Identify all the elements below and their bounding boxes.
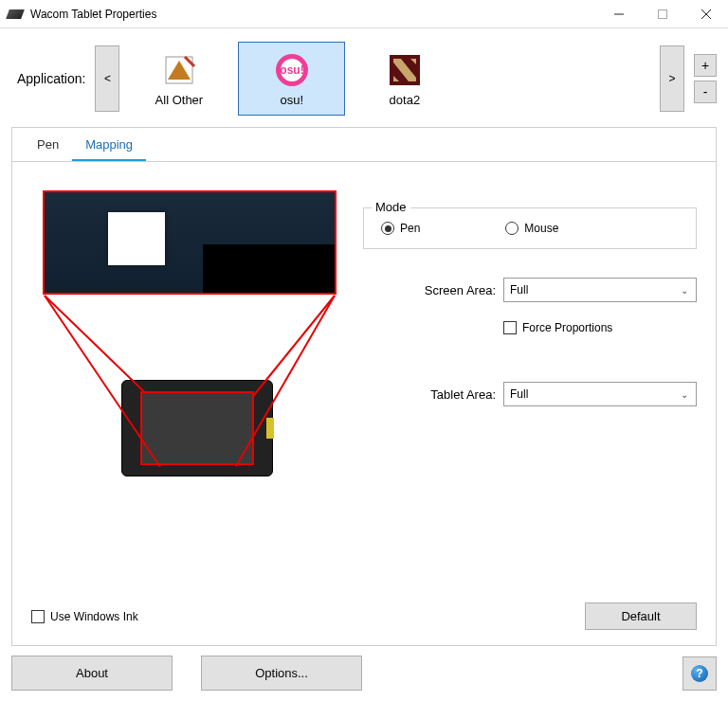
maximize-button[interactable] xyxy=(641,0,684,28)
apps-scroll-left[interactable]: < xyxy=(95,45,119,112)
dota2-icon xyxy=(386,51,424,89)
force-proportions-checkbox[interactable]: Force Proportions xyxy=(503,321,697,334)
close-button[interactable] xyxy=(684,0,728,28)
app-name: All Other xyxy=(155,93,204,107)
app-remove-button[interactable]: - xyxy=(694,81,717,103)
screen-preview xyxy=(43,190,337,295)
app-icon xyxy=(6,9,25,19)
application-label: Application: xyxy=(17,71,85,86)
tablet-area-value: Full xyxy=(510,387,528,401)
screen-area-select[interactable]: Full ⌄ xyxy=(503,278,697,302)
osu-icon: osu! xyxy=(273,51,311,89)
options-button[interactable]: Options... xyxy=(201,656,362,691)
chevron-down-icon: ⌄ xyxy=(681,389,688,400)
settings-panel: Pen Mapping Mode Pen xyxy=(11,127,717,646)
svg-rect-1 xyxy=(659,9,667,18)
radio-icon xyxy=(381,222,394,235)
svg-text:osu!: osu! xyxy=(280,63,303,77)
app-name: dota2 xyxy=(390,93,421,107)
app-item-osu[interactable]: osu! osu! xyxy=(238,42,345,116)
mapping-preview xyxy=(31,190,344,494)
footer: About Options... ? xyxy=(0,656,728,701)
screen-area-label: Screen Area: xyxy=(363,283,496,297)
mode-mouse-label: Mouse xyxy=(524,222,558,235)
windows-ink-label: Use Windows Ink xyxy=(50,610,138,623)
force-proportions-label: Force Proportions xyxy=(522,321,612,334)
apps-scroll-right[interactable]: > xyxy=(660,45,684,112)
tabs: Pen Mapping xyxy=(12,128,716,162)
app-item-all-other[interactable]: All Other xyxy=(125,42,232,116)
mode-pen-radio[interactable]: Pen xyxy=(381,222,420,235)
windows-ink-checkbox[interactable]: Use Windows Ink xyxy=(31,610,138,623)
tablet-area-select[interactable]: Full ⌄ xyxy=(503,382,697,406)
help-icon: ? xyxy=(691,665,708,682)
tablet-key-indicator xyxy=(266,418,274,439)
mode-mouse-radio[interactable]: Mouse xyxy=(505,222,558,235)
about-button[interactable]: About xyxy=(11,656,173,691)
radio-icon xyxy=(505,222,519,235)
default-button[interactable]: Default xyxy=(585,602,697,630)
mode-group: Mode Pen Mouse xyxy=(363,207,697,249)
chevron-down-icon: ⌄ xyxy=(681,285,688,296)
tablet-active-area xyxy=(140,391,254,465)
titlebar: Wacom Tablet Properties xyxy=(0,0,728,28)
app-add-button[interactable]: + xyxy=(694,54,717,77)
mode-pen-label: Pen xyxy=(400,222,420,235)
window-title: Wacom Tablet Properties xyxy=(30,8,597,21)
tab-pen[interactable]: Pen xyxy=(24,128,72,161)
checkbox-icon xyxy=(503,321,517,334)
screen-area-value: Full xyxy=(510,283,528,297)
app-item-dota2[interactable]: dota2 xyxy=(351,42,458,116)
application-row: Application: < All Other osu! osu! xyxy=(0,28,728,121)
minimize-button[interactable] xyxy=(597,0,641,28)
tablet-area-label: Tablet Area: xyxy=(363,387,496,402)
help-button[interactable]: ? xyxy=(682,656,717,691)
mode-group-label: Mode xyxy=(372,200,410,214)
checkbox-icon xyxy=(31,610,45,623)
tab-mapping[interactable]: Mapping xyxy=(72,128,146,161)
all-other-icon xyxy=(160,51,198,89)
app-name: osu! xyxy=(281,93,304,107)
